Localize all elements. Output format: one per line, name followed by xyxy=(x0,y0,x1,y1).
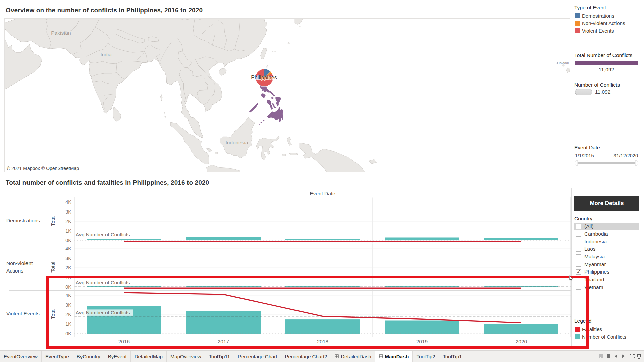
land-island xyxy=(256,136,279,160)
checkbox-icon[interactable] xyxy=(576,239,581,244)
conflicts-bar-2020[interactable] xyxy=(484,238,558,240)
tab-detailedmap[interactable]: DetailedMap xyxy=(131,351,167,362)
checkbox-icon[interactable] xyxy=(576,224,581,229)
slider-track[interactable] xyxy=(576,162,637,164)
tab-percentage-chart[interactable]: Percentage Chart xyxy=(234,351,281,362)
country-option-label: Thailand xyxy=(584,277,604,283)
country-option-label: (All) xyxy=(584,223,594,229)
country-filter-option[interactable]: Cambodia xyxy=(574,230,639,238)
y-tick-label: 0K xyxy=(65,284,71,290)
checkbox-icon[interactable] xyxy=(576,232,581,237)
country-filter-option[interactable]: Malaysia xyxy=(574,253,639,261)
y-tick-label: 1K xyxy=(65,228,71,234)
chart-legend-item[interactable]: Fatalities xyxy=(575,325,602,333)
country-option-label: Philippines xyxy=(584,269,609,275)
map-title: Overview on the number of conflicts in P… xyxy=(6,7,203,14)
map-label-india: India xyxy=(100,52,112,57)
tab-percentage-chart2[interactable]: Percentage Chart2 xyxy=(281,351,331,362)
type-of-event-item[interactable]: Demostrations xyxy=(575,12,614,19)
country-filter-option[interactable]: Thailand xyxy=(574,276,639,284)
sidebar: Type of Event DemostrationsNon-violent A… xyxy=(574,0,639,362)
sheet-tab-bar: EventOverviewEventTypeByCountryByEventDe… xyxy=(0,350,644,362)
tab-label: EventType xyxy=(45,354,69,359)
tab-eventoverview[interactable]: EventOverview xyxy=(0,351,42,362)
checkbox-icon[interactable] xyxy=(576,285,581,290)
total-conflicts-title: Total Number of Conflicts xyxy=(574,52,632,58)
checkbox-icon[interactable] xyxy=(576,277,581,282)
map-canvas[interactable]: PakistanIndiaIndonesiaHawaiiPhilippines xyxy=(5,19,570,172)
tab-label: Percentage Chart xyxy=(238,354,277,359)
country-filter-option[interactable]: Indonesia xyxy=(574,238,639,245)
chart-row-non-violent-actions: Avg Number of Conflicts0K1K2K3K4KTotalNo… xyxy=(6,244,571,290)
small-multiples-chart[interactable]: Event DateAvg Number of Conflicts0K1K2K3… xyxy=(0,188,574,349)
legend-item-label: Violent Events xyxy=(582,28,614,34)
legend-swatch-icon xyxy=(575,327,580,332)
tab-byevent[interactable]: ByEvent xyxy=(104,351,131,362)
type-of-event-item[interactable]: Non-violent Actions xyxy=(575,19,625,27)
country-filter-option[interactable]: Vietnam xyxy=(574,284,639,291)
country-filter-option[interactable]: (All) xyxy=(574,223,639,230)
map-label-pakistan: Pakistan xyxy=(51,30,71,36)
more-details-button[interactable]: More Details xyxy=(574,196,639,211)
country-filter-option[interactable]: Laos xyxy=(574,245,639,253)
filmstrip-icon[interactable] xyxy=(599,354,603,358)
tab-tooltip11[interactable]: ToolTip11 xyxy=(205,351,234,362)
dashboard-grid-icon xyxy=(379,354,383,358)
land-island xyxy=(207,148,212,152)
country-filter-option[interactable]: Myanmar xyxy=(574,260,639,268)
avg-line-label: Avg Number of Conflicts xyxy=(76,310,130,315)
land-island xyxy=(287,137,291,145)
slider-handle-left[interactable] xyxy=(575,161,578,165)
conflicts-bar-2017[interactable] xyxy=(186,237,261,240)
map-view[interactable]: PakistanIndiaIndonesiaHawaiiPhilippines … xyxy=(4,18,570,172)
type-of-event-item[interactable]: Violent Events xyxy=(575,27,614,34)
conflicts-bar-2018[interactable] xyxy=(285,319,360,334)
checkbox-icon[interactable]: ✓ xyxy=(576,269,581,275)
country-filter-list: (All)CambodiaIndonesiaLaosMalaysiaMyanma… xyxy=(574,223,639,291)
tab-maindash[interactable]: MainDash xyxy=(375,351,413,362)
tab-bycountry[interactable]: ByCountry xyxy=(73,351,104,362)
total-conflicts-bar[interactable] xyxy=(575,61,638,65)
map-label-hawaii: Hawaii xyxy=(557,61,569,65)
event-date-slider[interactable] xyxy=(575,160,638,166)
presentation-icon[interactable] xyxy=(637,354,641,359)
conflicts-bar-2020[interactable] xyxy=(484,324,558,334)
tab-label: ToolTip11 xyxy=(209,354,230,359)
tab-eventtype[interactable]: EventType xyxy=(42,351,73,362)
tab-mapoverview[interactable]: MapOverview xyxy=(167,351,205,362)
checkbox-icon[interactable] xyxy=(576,247,581,252)
land-island xyxy=(207,165,241,172)
chart-legend-item[interactable]: Number of Conflicts xyxy=(575,333,626,340)
tab-label: MapOverview xyxy=(170,354,201,359)
y-tick-label: 0K xyxy=(65,238,71,243)
chart-title: Total number of conflicts and fatalities… xyxy=(6,179,209,186)
tab-detaileddash[interactable]: DetailedDash xyxy=(331,351,375,362)
y-tick-label: 2K xyxy=(65,265,71,270)
prev-icon[interactable] xyxy=(615,355,617,358)
fullscreen-icon[interactable] xyxy=(630,354,634,358)
number-of-conflicts-pill[interactable] xyxy=(575,89,592,95)
stop-icon[interactable] xyxy=(607,354,610,358)
slider-handle-right[interactable] xyxy=(635,161,638,165)
conflicts-bar-2019[interactable] xyxy=(385,321,459,334)
conflicts-bar-2016[interactable] xyxy=(87,239,161,240)
land-island xyxy=(215,152,218,154)
y-tick-label: 2K xyxy=(65,219,71,224)
total-conflicts-bar-rect[interactable] xyxy=(575,61,638,65)
conflicts-bar-2017[interactable] xyxy=(186,311,261,334)
country-filter-option[interactable]: ✓Philippines xyxy=(574,268,639,276)
next-icon[interactable] xyxy=(622,355,625,358)
tab-tooltip1[interactable]: ToolTip1 xyxy=(439,351,466,362)
tab-label: ToolTip2 xyxy=(416,354,435,359)
checkbox-icon[interactable] xyxy=(576,262,581,267)
checkbox-icon[interactable] xyxy=(576,254,581,259)
tableau-dashboard: Overview on the number of conflicts in P… xyxy=(0,0,644,362)
legend-item-label: Demostrations xyxy=(582,13,614,19)
event-date-start: 1/1/2015 xyxy=(575,153,594,158)
type-of-event-title: Type of Event xyxy=(574,5,606,11)
land-island xyxy=(113,107,121,121)
conflicts-bar-2018[interactable] xyxy=(285,239,360,240)
fatalities-line[interactable] xyxy=(124,293,521,323)
tab-tooltip2[interactable]: ToolTip2 xyxy=(413,351,439,362)
y-tick-label: 3K xyxy=(65,302,71,308)
